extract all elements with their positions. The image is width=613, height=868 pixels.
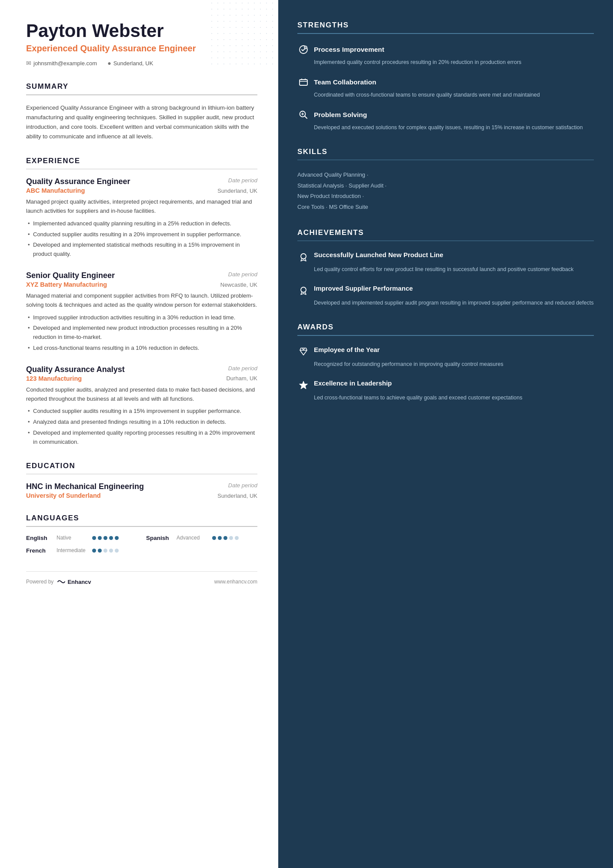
email-value: johnsmith@example.com	[33, 60, 97, 67]
left-panel: Payton Webster Experienced Quality Assur…	[0, 0, 278, 868]
strength-title-3: Problem Solving	[314, 111, 367, 119]
exp-company-row-3: 123 Manufacturing Durham, UK	[26, 375, 257, 382]
exp-item-2: Senior Quality Engineer Date period XYZ …	[26, 271, 257, 353]
dot	[115, 549, 119, 553]
powered-by: Powered by Enhancv	[26, 579, 91, 585]
strengths-title: STRENGTHS	[297, 21, 594, 30]
problem-solving-icon	[297, 109, 310, 121]
lang-item-french: French Intermediate	[26, 547, 137, 554]
right-panel: STRENGTHS Process Improvement Impl	[278, 0, 613, 868]
achievements-divider	[297, 241, 594, 241]
exp-bullet-2-3: Led cross-functional teams resulting in …	[26, 344, 257, 353]
strength-header-3: Problem Solving	[297, 109, 594, 121]
svg-rect-2	[300, 80, 307, 85]
awards-divider	[297, 335, 594, 336]
skills-line-4: Core Tools · MS Office Suite	[297, 204, 368, 210]
languages-title: LANGUAGES	[26, 514, 257, 523]
edu-header: HNC in Mechanical Engineering Date perio…	[26, 482, 257, 491]
dot	[98, 549, 102, 553]
experience-divider	[26, 169, 257, 170]
exp-company-3: 123 Manufacturing	[26, 375, 82, 382]
left-footer: Powered by Enhancv www.enhancv.com	[26, 571, 257, 585]
award-header-1: Employee of the Year	[297, 345, 594, 358]
lang-item-spanish: Spanish Advanced	[146, 535, 257, 541]
award-title-1: Employee of the Year	[314, 345, 380, 354]
brand-name: Enhancv	[67, 579, 91, 585]
skills-text: Advanced Quality Planning · Statistical …	[297, 170, 594, 213]
svg-marker-6	[300, 381, 308, 389]
dot	[109, 549, 113, 553]
svg-point-5	[301, 287, 306, 292]
exp-date-2: Date period	[228, 271, 257, 278]
strength-header-1: Process Improvement	[297, 44, 594, 56]
contact-row: ✉ johnsmith@example.com ● Sunderland, UK	[26, 60, 257, 67]
strengths-divider	[297, 33, 594, 34]
exp-location-3: Durham, UK	[226, 375, 257, 382]
resume-wrapper: Payton Webster Experienced Quality Assur…	[0, 0, 613, 868]
exp-bullet-3-2: Analyzed data and presented findings res…	[26, 418, 257, 427]
exp-company-1: ABC Manufacturing	[26, 187, 85, 194]
exp-bullets-1: Implemented advanced quality planning re…	[26, 219, 257, 259]
team-collaboration-icon	[297, 76, 310, 88]
lang-level-spanish: Advanced	[177, 535, 208, 541]
lang-dots-spanish	[212, 536, 239, 540]
exp-date-3: Date period	[228, 365, 257, 372]
exp-item-3: Quality Assurance Analyst Date period 12…	[26, 365, 257, 447]
summary-title: SUMMARY	[26, 82, 257, 91]
dot	[109, 536, 113, 540]
skills-divider	[297, 160, 594, 161]
exp-role-2: Senior Quality Engineer	[26, 271, 115, 280]
strength-title-1: Process Improvement	[314, 46, 384, 54]
strength-header-2: Team Collaboration	[297, 76, 594, 88]
edu-location: Sunderland, UK	[217, 493, 257, 499]
strength-desc-3: Developed and executed solutions for com…	[297, 123, 594, 132]
education-divider	[26, 474, 257, 475]
exp-role-3: Quality Assurance Analyst	[26, 365, 125, 374]
award-title-2: Excellence in Leadership	[314, 379, 392, 388]
languages-section: LANGUAGES English Native	[26, 514, 257, 554]
dot	[218, 536, 222, 540]
dot	[103, 549, 107, 553]
education-section: EDUCATION HNC in Mechanical Engineering …	[26, 462, 257, 499]
strength-desc-2: Coordinated with cross-functional teams …	[297, 90, 594, 99]
exp-company-2: XYZ Battery Manufacturing	[26, 281, 107, 288]
lang-dots-french	[92, 549, 119, 553]
exp-desc-2: Managed material and component supplier …	[26, 292, 257, 310]
strength-item-3: Problem Solving Developed and executed s…	[297, 109, 594, 132]
exp-desc-1: Managed project quality activities, inte…	[26, 198, 257, 216]
skills-section: SKILLS Advanced Quality Planning · Stati…	[297, 147, 594, 213]
achievement-title-2: Improved Supplier Performance	[314, 284, 413, 293]
email-contact: ✉ johnsmith@example.com	[26, 60, 97, 67]
location-value: Sunderland, UK	[113, 60, 153, 67]
skills-line-3: New Product Introduction ·	[297, 193, 364, 199]
lang-level-english: Native	[57, 535, 88, 541]
achievement-desc-1: Led quality control efforts for new prod…	[297, 265, 594, 274]
summary-divider	[26, 94, 257, 95]
dot	[98, 536, 102, 540]
lang-level-french: Intermediate	[57, 547, 88, 553]
lang-name-french: French	[26, 547, 52, 554]
exp-location-2: Newcastle, UK	[220, 282, 257, 288]
strength-item-1: Process Improvement Implemented quality …	[297, 44, 594, 67]
awards-title: AWARDS	[297, 323, 594, 332]
exp-header-2: Senior Quality Engineer Date period	[26, 271, 257, 280]
location-contact: ● Sunderland, UK	[107, 60, 153, 67]
awards-section: AWARDS Employee of the Year Recognized f…	[297, 323, 594, 402]
email-icon: ✉	[26, 60, 31, 67]
award-item-2: Excellence in Leadership Led cross-funct…	[297, 379, 594, 402]
exp-bullet-2-1: Improved supplier introduction activitie…	[26, 313, 257, 322]
dot	[223, 536, 227, 540]
strength-item-2: Team Collaboration Coordinated with cros…	[297, 76, 594, 99]
award-icon-1	[297, 345, 310, 358]
exp-date-1: Date period	[228, 177, 257, 184]
exp-bullets-3: Conducted supplier audits resulting in a…	[26, 407, 257, 446]
location-icon: ●	[107, 60, 111, 67]
award-item-1: Employee of the Year Recognized for outs…	[297, 345, 594, 369]
experience-section: EXPERIENCE Quality Assurance Engineer Da…	[26, 157, 257, 447]
lang-item-english: English Native	[26, 535, 137, 541]
lang-name-spanish: Spanish	[146, 535, 172, 541]
dot	[115, 536, 119, 540]
achievement-icon-1	[297, 251, 310, 263]
exp-company-row-2: XYZ Battery Manufacturing Newcastle, UK	[26, 281, 257, 288]
achievement-header-1: Successfully Launched New Product Line	[297, 251, 594, 263]
